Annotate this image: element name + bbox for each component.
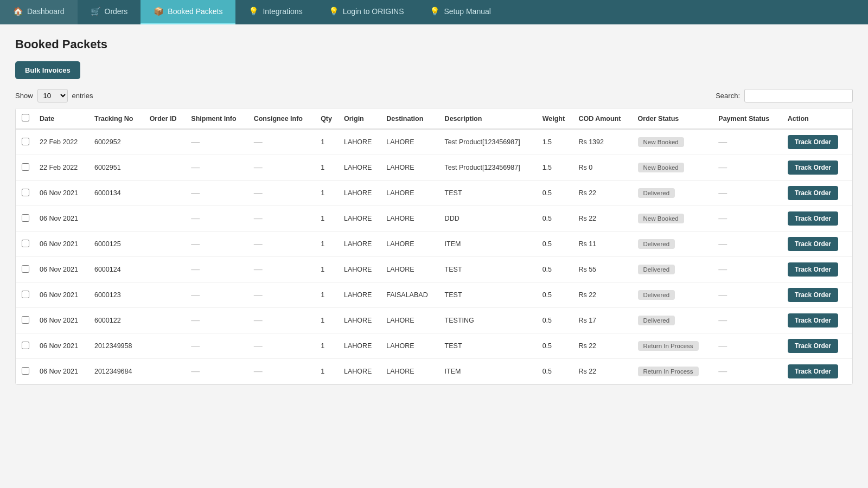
track-order-button[interactable]: Track Order bbox=[788, 237, 838, 251]
row-description: Test Product[123456987] bbox=[441, 155, 538, 181]
track-order-button[interactable]: Track Order bbox=[788, 160, 838, 175]
nav-item-dashboard[interactable]: 🏠Dashboard bbox=[0, 0, 78, 24]
search-input[interactable] bbox=[744, 89, 853, 102]
row-tracking: 6000125 bbox=[90, 232, 145, 257]
track-order-button[interactable]: Track Order bbox=[788, 313, 838, 328]
row-date: 06 Nov 2021 bbox=[35, 181, 90, 206]
row-origin: LAHORE bbox=[340, 129, 382, 155]
row-order-status: Return In Process bbox=[634, 333, 714, 359]
row-checkbox-0[interactable] bbox=[22, 138, 29, 145]
row-payment-status: — bbox=[714, 206, 783, 232]
row-checkbox-2[interactable] bbox=[22, 189, 29, 196]
login-origins-label: Login to ORIGINS bbox=[343, 7, 404, 16]
track-order-button[interactable]: Track Order bbox=[788, 262, 838, 277]
row-checkbox-cell bbox=[16, 308, 35, 333]
table-row: 06 Nov 2021 6000125 — — 1 LAHORE LAHORE … bbox=[16, 232, 852, 257]
row-cod: Rs 22 bbox=[574, 206, 633, 232]
payment-dash-icon: — bbox=[718, 137, 727, 146]
row-origin: LAHORE bbox=[340, 282, 382, 308]
row-description: TESTING bbox=[441, 308, 538, 333]
col-shipment-info: Shipment Info bbox=[187, 108, 249, 129]
row-checkbox-1[interactable] bbox=[22, 163, 29, 171]
row-cod: Rs 22 bbox=[574, 282, 633, 308]
row-order-status: Return In Process bbox=[634, 359, 714, 384]
payment-dash-icon: — bbox=[718, 239, 727, 248]
row-consignee-info: — bbox=[250, 155, 316, 181]
row-weight: 1.5 bbox=[538, 155, 575, 181]
row-checkbox-3[interactable] bbox=[22, 214, 29, 222]
table-body: 22 Feb 2022 6002952 — — 1 LAHORE LAHORE … bbox=[16, 129, 852, 384]
entries-select[interactable]: 10 25 50 100 bbox=[37, 89, 68, 102]
row-checkbox-cell bbox=[16, 333, 35, 359]
order-status-badge: Delivered bbox=[638, 239, 675, 249]
dashboard-label: Dashboard bbox=[27, 7, 65, 16]
shipment-dash-icon: — bbox=[191, 188, 200, 197]
row-destination: LAHORE bbox=[382, 359, 440, 384]
row-consignee-info: — bbox=[250, 232, 316, 257]
col-cod: COD Amount bbox=[574, 108, 633, 129]
row-consignee-info: — bbox=[250, 206, 316, 232]
nav-item-login-origins[interactable]: 💡Login to ORIGINS bbox=[316, 0, 417, 24]
track-order-button[interactable]: Track Order bbox=[788, 288, 838, 302]
shipment-dash-icon: — bbox=[191, 239, 200, 248]
row-weight: 0.5 bbox=[538, 206, 575, 232]
row-order-status: Delivered bbox=[634, 232, 714, 257]
payment-dash-icon: — bbox=[718, 214, 727, 223]
row-order-id bbox=[145, 155, 187, 181]
row-shipment-info: — bbox=[187, 232, 249, 257]
row-checkbox-cell bbox=[16, 359, 35, 384]
row-checkbox-9[interactable] bbox=[22, 367, 29, 375]
row-action: Track Order bbox=[783, 282, 852, 308]
table-header: Date Tracking No Order ID Shipment Info … bbox=[16, 108, 852, 129]
row-checkbox-5[interactable] bbox=[22, 265, 29, 273]
bulk-invoices-button[interactable]: Bulk Invoices bbox=[15, 61, 80, 79]
row-origin: LAHORE bbox=[340, 333, 382, 359]
select-all-checkbox[interactable] bbox=[22, 114, 29, 121]
col-weight: Weight bbox=[538, 108, 575, 129]
row-origin: LAHORE bbox=[340, 155, 382, 181]
row-payment-status: — bbox=[714, 257, 783, 282]
track-order-button[interactable]: Track Order bbox=[788, 339, 838, 353]
row-checkbox-7[interactable] bbox=[22, 316, 29, 324]
row-checkbox-4[interactable] bbox=[22, 240, 29, 247]
table-row: 06 Nov 2021 2012349684 — — 1 LAHORE LAHO… bbox=[16, 359, 852, 384]
row-shipment-info: — bbox=[187, 206, 249, 232]
row-checkbox-cell bbox=[16, 282, 35, 308]
table-wrap: Date Tracking No Order ID Shipment Info … bbox=[15, 108, 853, 385]
payment-dash-icon: — bbox=[718, 316, 727, 325]
order-status-badge: Return In Process bbox=[638, 367, 699, 376]
row-date: 06 Nov 2021 bbox=[35, 257, 90, 282]
track-order-button[interactable]: Track Order bbox=[788, 211, 838, 226]
row-checkbox-cell bbox=[16, 257, 35, 282]
row-order-id bbox=[145, 282, 187, 308]
shipment-dash-icon: — bbox=[191, 316, 200, 325]
row-date: 06 Nov 2021 bbox=[35, 206, 90, 232]
row-shipment-info: — bbox=[187, 155, 249, 181]
row-action: Track Order bbox=[783, 155, 852, 181]
order-status-badge: New Booked bbox=[638, 163, 684, 172]
row-destination: FAISALABAD bbox=[382, 282, 440, 308]
row-qty: 1 bbox=[316, 333, 340, 359]
row-destination: LAHORE bbox=[382, 257, 440, 282]
nav-item-setup-manual[interactable]: 💡Setup Manual bbox=[417, 0, 503, 24]
track-order-button[interactable]: Track Order bbox=[788, 135, 838, 149]
order-status-badge: Delivered bbox=[638, 316, 675, 325]
row-shipment-info: — bbox=[187, 257, 249, 282]
nav-item-integrations[interactable]: 💡Integrations bbox=[235, 0, 315, 24]
nav-item-orders[interactable]: 🛒Orders bbox=[78, 0, 141, 24]
show-label: Show bbox=[15, 92, 33, 100]
booked-packets-icon: 📦 bbox=[154, 7, 164, 16]
row-consignee-info: — bbox=[250, 359, 316, 384]
row-qty: 1 bbox=[316, 359, 340, 384]
entries-label: entries bbox=[72, 92, 93, 100]
order-status-badge: Delivered bbox=[638, 265, 675, 274]
row-checkbox-8[interactable] bbox=[22, 342, 29, 349]
consignee-dash-icon: — bbox=[254, 367, 263, 376]
nav-item-booked-packets[interactable]: 📦Booked Packets bbox=[141, 0, 235, 24]
row-shipment-info: — bbox=[187, 129, 249, 155]
track-order-button[interactable]: Track Order bbox=[788, 364, 838, 378]
track-order-button[interactable]: Track Order bbox=[788, 186, 838, 200]
table-row: 22 Feb 2022 6002951 — — 1 LAHORE LAHORE … bbox=[16, 155, 852, 181]
consignee-dash-icon: — bbox=[254, 188, 263, 197]
row-checkbox-6[interactable] bbox=[22, 291, 29, 298]
